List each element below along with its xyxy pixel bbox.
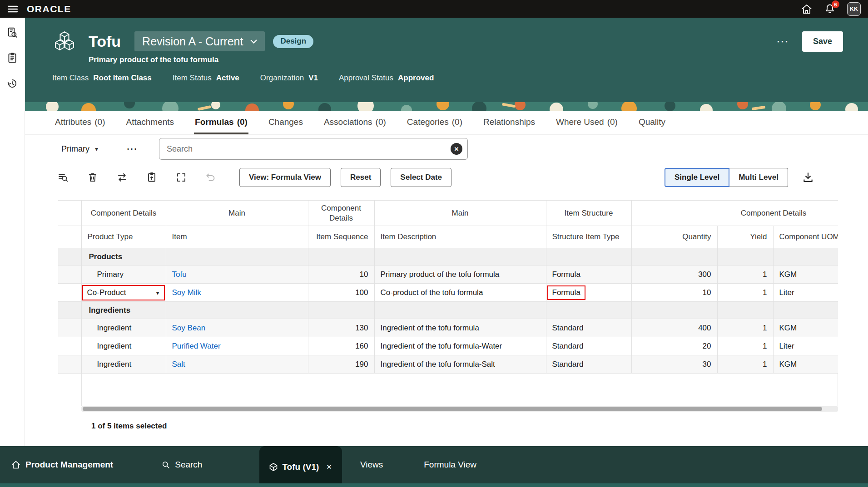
column-header-item-description[interactable]: Item Description bbox=[374, 226, 546, 248]
save-button[interactable]: Save bbox=[802, 31, 843, 52]
page-title: Tofu bbox=[89, 33, 121, 50]
row-selector-cell bbox=[58, 337, 81, 355]
column-header-structure-item-type[interactable]: Structure Item Type bbox=[546, 226, 631, 248]
section-row-products[interactable]: Products bbox=[58, 248, 838, 266]
undo-button[interactable] bbox=[202, 168, 220, 187]
item-link[interactable]: Purified Water bbox=[172, 342, 221, 350]
header-meta-row: Item ClassRoot Item ClassItem StatusActi… bbox=[52, 74, 843, 83]
item-link[interactable]: Soy Bean bbox=[172, 324, 206, 332]
sidebar-tasks-button[interactable] bbox=[5, 50, 20, 66]
multi-level-button[interactable]: Multi Level bbox=[729, 168, 788, 187]
single-level-button[interactable]: Single Level bbox=[665, 168, 729, 187]
item-description-cell: Co-product of the tofu formula bbox=[374, 284, 546, 302]
tab-where-used[interactable]: Where Used(0) bbox=[555, 111, 619, 134]
taskbar-views[interactable]: Views bbox=[360, 460, 383, 470]
cell bbox=[773, 248, 838, 266]
section-row-ingredients[interactable]: Ingredients bbox=[58, 302, 838, 319]
tab-label: Attachments bbox=[126, 117, 174, 127]
select-date-button[interactable]: Select Date bbox=[391, 168, 451, 187]
close-tab-button[interactable]: ✕ bbox=[326, 463, 332, 471]
highlighted-structure-item-type: Formula bbox=[547, 285, 585, 300]
expand-button[interactable] bbox=[172, 168, 190, 187]
item-link[interactable]: Tofu bbox=[172, 270, 187, 279]
clear-search-button[interactable]: ✕ bbox=[451, 143, 462, 155]
tab-formulas[interactable]: Formulas(0) bbox=[194, 111, 248, 134]
item-description-cell: Primary product of the tofu formula bbox=[374, 266, 546, 284]
table-row-tofu[interactable]: PrimaryTofu10Primary product of the tofu… bbox=[58, 266, 838, 284]
tab-label: Associations bbox=[324, 117, 372, 127]
product-type-dropdown[interactable]: Co-Product▾ bbox=[82, 285, 165, 300]
item-sequence-cell: 100 bbox=[308, 284, 374, 302]
taskbar-active-tab[interactable]: Tofu (V1) ✕ bbox=[259, 446, 342, 483]
view-formula-view-button[interactable]: View: Formula View bbox=[239, 168, 331, 187]
notifications-button[interactable]: 6 bbox=[824, 4, 835, 14]
revision-selector[interactable]: Revision A - Current bbox=[134, 31, 265, 51]
taskbar-product-management[interactable]: Product Management bbox=[11, 460, 113, 470]
cell bbox=[546, 302, 631, 319]
tab-associations[interactable]: Associations(0) bbox=[323, 111, 387, 134]
table-empty-area bbox=[81, 374, 838, 406]
search-input[interactable] bbox=[159, 138, 468, 160]
table-row-soy-milk[interactable]: Co-Product▾Soy Milk100Co-product of the … bbox=[58, 284, 838, 302]
quantity-cell: 300 bbox=[631, 266, 717, 284]
banner-art bbox=[25, 102, 868, 111]
tab-label: Quality bbox=[639, 117, 665, 127]
column-header-quantity[interactable]: Quantity bbox=[631, 226, 717, 248]
item-description-cell: Ingredient of the tofu formula-Salt bbox=[374, 355, 546, 374]
revision-label: Revision A - Current bbox=[142, 35, 243, 48]
tab-attachments[interactable]: Attachments bbox=[125, 111, 175, 134]
column-header-item-sequence[interactable]: Item Sequence bbox=[308, 226, 374, 248]
table-row-soy-bean[interactable]: IngredientSoy Bean130Ingredient of the t… bbox=[58, 319, 838, 337]
horizontal-scrollbar[interactable] bbox=[81, 406, 838, 412]
taskbar-formula-view[interactable]: Formula View bbox=[424, 460, 476, 470]
product-cubes-icon bbox=[52, 30, 77, 52]
item-cell: Soy Milk bbox=[166, 284, 308, 302]
taskbar-search[interactable]: Search bbox=[161, 460, 202, 470]
delete-button[interactable] bbox=[84, 168, 102, 187]
table-row-purified-water[interactable]: IngredientPurified Water160Ingredient of… bbox=[58, 337, 838, 355]
product-type-cell: Primary bbox=[81, 266, 166, 284]
sidebar-history-button[interactable] bbox=[5, 76, 20, 91]
sidebar-item-search-button[interactable] bbox=[5, 25, 20, 40]
scope-selected-value: Primary bbox=[61, 144, 89, 154]
table-row-salt[interactable]: IngredientSalt190Ingredient of the tofu … bbox=[58, 355, 838, 374]
home-button[interactable] bbox=[801, 4, 813, 15]
component-uom-cell: KGM bbox=[773, 319, 838, 337]
column-header-yield[interactable]: Yield bbox=[717, 226, 773, 248]
tab-attributes[interactable]: Attributes(0) bbox=[54, 111, 106, 134]
move-to-button[interactable] bbox=[143, 168, 161, 187]
download-button[interactable] bbox=[799, 168, 817, 187]
column-header-product-type[interactable]: Product Type bbox=[81, 226, 166, 248]
section-label: Products bbox=[81, 248, 166, 266]
column-group-header-3: Main bbox=[374, 201, 546, 226]
tab-quality[interactable]: Quality bbox=[638, 111, 666, 134]
header-overflow-button[interactable]: ⋯ bbox=[776, 35, 789, 48]
tab-changes[interactable]: Changes bbox=[268, 111, 304, 134]
user-avatar[interactable]: KK bbox=[847, 2, 861, 16]
yield-cell: 1 bbox=[717, 319, 773, 337]
tab-categories[interactable]: Categories(0) bbox=[406, 111, 463, 134]
cell bbox=[717, 248, 773, 266]
item-link[interactable]: Salt bbox=[172, 360, 185, 369]
page-subtitle: Primary product of the tofu formula bbox=[89, 55, 843, 64]
hamburger-menu-button[interactable] bbox=[0, 0, 25, 18]
scope-selector[interactable]: Primary ▾ bbox=[61, 144, 98, 154]
meta-item-class: Item ClassRoot Item Class bbox=[52, 74, 152, 83]
reset-button[interactable]: Reset bbox=[341, 168, 381, 187]
replace-button[interactable] bbox=[113, 168, 131, 187]
table-toolbar: View: Formula View Reset Select Date Sin… bbox=[25, 163, 868, 192]
column-group-header-1: Main bbox=[166, 201, 308, 226]
column-header-item[interactable]: Item bbox=[166, 226, 308, 248]
filter-overflow-button[interactable]: ⋯ bbox=[126, 143, 138, 154]
column-header-component-uom[interactable]: Component UOM bbox=[773, 226, 838, 248]
quantity-cell: 30 bbox=[631, 355, 717, 374]
query-by-example-button[interactable] bbox=[54, 168, 72, 187]
tab-relationships[interactable]: Relationships bbox=[482, 111, 536, 134]
item-link[interactable]: Soy Milk bbox=[172, 288, 201, 297]
item-cell: Soy Bean bbox=[166, 319, 308, 337]
meta-item-status: Item StatusActive bbox=[173, 74, 239, 83]
cell bbox=[773, 302, 838, 319]
item-description-cell: Ingredient of the tofu formula bbox=[374, 319, 546, 337]
scrollbar-thumb[interactable] bbox=[83, 407, 822, 411]
structure-item-type-cell: Standard bbox=[546, 319, 631, 337]
